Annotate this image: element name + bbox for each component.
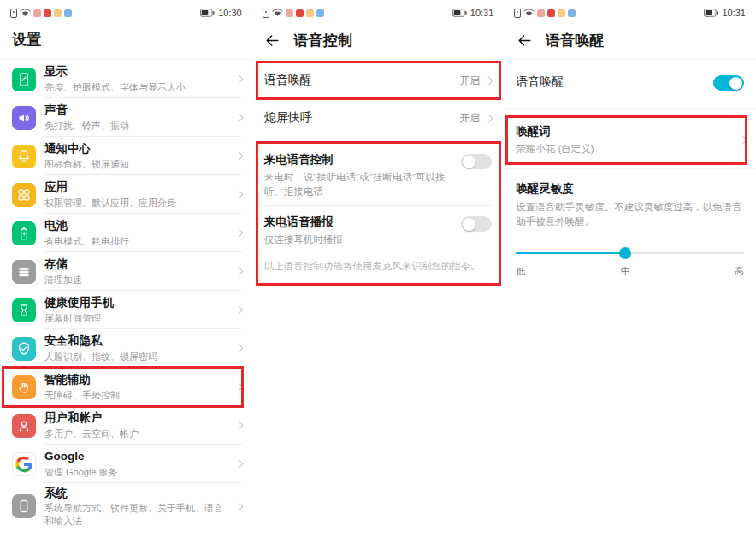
toggle-row-label: 来电语音播报 [264,215,452,231]
toggle-switch[interactable] [461,216,492,232]
app-notification-badge-3-icon [306,9,314,17]
chevron-right-icon [234,422,243,430]
apps-grid-icon [12,183,36,207]
chevron-right-icon [234,229,243,238]
row-value: 开启 [459,111,480,126]
toggle-switch[interactable] [461,154,492,169]
settings-item-subtitle: 多用户、云空间、帐户 [44,428,229,440]
status-bar: 10:31 [504,0,756,24]
voice-control-footnote: 以上语音控制功能将使用麦克风来识别您的指令。 [252,254,505,283]
panel-voice-wakeup: 10:31 语音唤醒 语音唤醒 唤醒词 荣耀小花 (自定义) 唤醒灵敏度 设置语… [504,0,756,537]
settings-item-label: 显示 [44,64,229,80]
sound-icon [12,106,36,130]
wifi-icon [523,9,535,17]
status-time: 10:31 [470,8,494,18]
settings-item-sound[interactable]: 声音免打扰、铃声、振动 [0,98,252,137]
settings-item-label: 健康使用手机 [44,295,229,310]
settings-item-battery-green[interactable]: 电池省电模式、耗电排行 [0,214,252,252]
voice-control-row[interactable]: 语音唤醒开启 [252,63,505,97]
system-icon [12,494,36,518]
settings-item-subtitle: 屏幕时间管理 [44,312,229,325]
battery-icon [200,5,215,21]
settings-item-storage[interactable]: 存储清理加速 [0,252,252,291]
google-icon [12,452,36,476]
status-icons-left [10,9,72,18]
app-notification-badge-2-icon [296,9,304,17]
voice-control-toggle-rows: 来电语音控制来电时，说"接听电话"或"挂断电话"可以接听、拒接电话来电语音播报仅… [252,144,505,254]
chevron-right-icon [485,76,493,85]
chevron-right-icon [234,268,243,276]
battery-icon [452,5,467,21]
wake-word-row[interactable]: 唤醒词 荣耀小花 (自定义) [504,117,756,163]
settings-item-apps-grid[interactable]: 应用权限管理、默认应用、应用分身 [0,175,252,214]
panel-settings: 10:30 设置 显示亮度、护眼模式、字体与显示大小声音免打扰、铃声、振动通知中… [0,0,252,537]
status-bar: 10:30 [0,0,252,24]
chevron-right-icon [234,75,243,84]
section-divider [504,108,756,109]
hand-icon [12,375,36,399]
voice-control-toggle-row: 来电语音控制来电时，说"接听电话"或"挂断电话"可以接听、拒接电话 [252,144,505,205]
settings-item-subtitle: 人脸识别、指纹、锁屏密码 [44,351,229,363]
chevron-right-icon [234,152,243,161]
settings-item-shield[interactable]: 安全和隐私人脸识别、指纹、锁屏密码 [0,329,252,368]
chevron-right-icon [234,306,243,315]
voice-wakeup-toggle[interactable] [713,75,744,91]
panel-voice-control: 10:31 语音控制 语音唤醒开启熄屏快呼开启 来电语音控制来电时，说"接听电话… [252,0,505,537]
sim-doc-icon [514,9,521,18]
settings-item-system[interactable]: 系统系统导航方式、软件更新、关于手机、语言和输入法 [0,483,252,530]
settings-item-google[interactable]: Google管理 Google 服务 [0,445,252,483]
wake-word-value: 荣耀小花 (自定义) [516,142,740,156]
user-icon [12,414,36,438]
row-value: 开启 [459,74,480,88]
app-notification-badge-1-icon [286,9,293,17]
page-title: 设置 [0,24,252,60]
row-label: 语音唤醒 [264,73,460,88]
tick-high: 高 [735,265,744,278]
settings-item-subtitle: 权限管理、默认应用、应用分身 [44,197,229,209]
settings-item-subtitle: 免打扰、铃声、振动 [44,120,229,133]
app-notification-badge-2-icon [547,9,555,17]
back-arrow-icon[interactable] [516,32,533,50]
settings-item-hourglass[interactable]: 健康使用手机屏幕时间管理 [0,291,252,329]
app-notification-badge-3-icon [54,9,62,17]
display-icon [12,68,36,91]
header-voice-wakeup: 语音唤醒 [504,24,756,60]
settings-item-label: 电池 [44,218,229,233]
storage-icon [12,260,36,284]
slider-thumb[interactable] [619,247,631,259]
settings-item-hand[interactable]: 智能辅助无障碍、手势控制 [0,368,252,406]
app-notification-badge-4-icon [316,9,324,17]
app-notification-badge-3-icon [558,9,565,17]
chevron-right-icon [739,136,747,145]
tick-mid: 中 [621,265,630,278]
settings-item-user[interactable]: 用户和帐户多用户、云空间、帐户 [0,406,252,445]
sensitivity-slider[interactable] [516,246,744,260]
settings-item-display[interactable]: 显示亮度、护眼模式、字体与显示大小 [0,60,252,98]
status-bar: 10:31 [252,0,505,24]
settings-item-subtitle: 系统导航方式、软件更新、关于手机、语言和输入法 [44,502,229,528]
header-title: 语音唤醒 [546,31,604,50]
voice-control-row[interactable]: 熄屏快呼开启 [252,101,505,135]
settings-item-subtitle: 无障碍、手势控制 [44,389,229,402]
row-label: 熄屏快呼 [264,110,460,126]
back-arrow-icon[interactable] [264,32,281,50]
triple-screenshot-canvas: 10:30 设置 显示亮度、护眼模式、字体与显示大小声音免打扰、铃声、振动通知中… [0,0,756,537]
settings-item-label: 声音 [44,103,229,118]
wake-word-label: 唤醒词 [516,124,740,140]
settings-item-subtitle: 图标角标、锁屏通知 [44,158,229,171]
shield-icon [12,337,36,361]
chevron-right-icon [234,503,243,511]
sensitivity-ticks: 低 中 高 [516,265,744,279]
app-notification-badge-4-icon [568,9,576,17]
settings-item-subtitle: 管理 Google 服务 [44,466,229,479]
settings-item-subtitle: 亮度、护眼模式、字体与显示大小 [44,81,229,94]
app-notification-badge-2-icon [44,9,51,17]
tick-low: 低 [516,265,525,278]
chevron-right-icon [234,114,243,122]
settings-item-label: 用户和帐户 [44,410,229,426]
settings-item-label: 存储 [44,257,229,272]
sensitivity-description: 设置语音助手灵敏度。不建议灵敏度过高，以免语音助手被意外唤醒。 [516,200,744,230]
settings-item-bell[interactable]: 通知中心图标角标、锁屏通知 [0,137,252,175]
hourglass-icon [12,298,36,322]
voice-wakeup-label: 语音唤醒 [516,74,713,90]
